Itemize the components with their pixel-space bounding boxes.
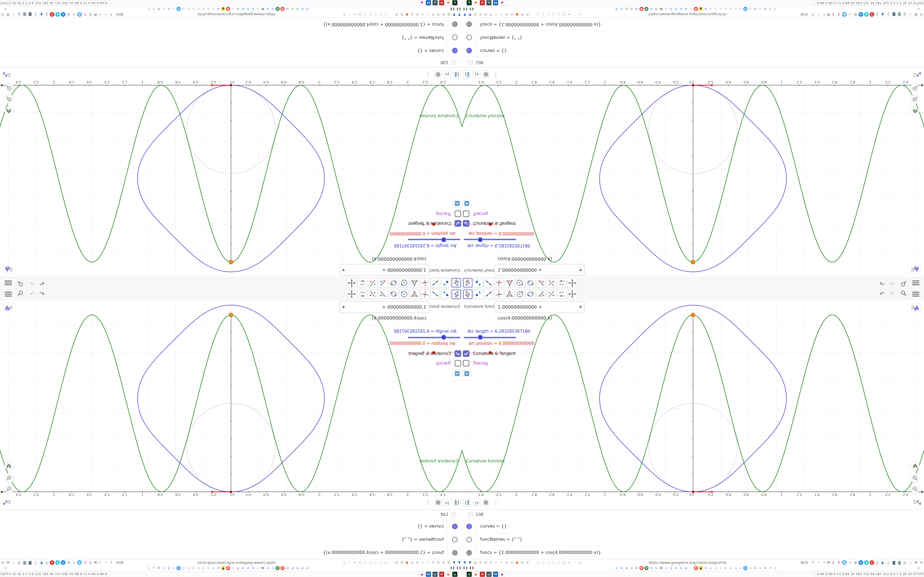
graphics-style-button[interactable] [908,304,921,312]
bookmarks-overflow-caret[interactable]: ∧ [918,7,920,11]
browser-toolbar-icon[interactable]: ♡ [347,560,352,565]
bookmark-favicon[interactable]: ◍ [291,566,294,570]
address-bar-icon[interactable]: → [98,13,102,17]
extension-icon[interactable]: ◙ [897,560,902,565]
browser-toolbar-icon[interactable]: ● [405,12,409,17]
address-bar-icon[interactable]: A [109,560,113,564]
redo-button[interactable]: ↷ [888,290,895,298]
browser-toolbar-icon[interactable]: ○ [379,12,383,17]
browser-toolbar-icon[interactable]: ▼ [452,12,456,17]
arc-length-slider[interactable] [464,239,516,240]
browser-toolbar-icon[interactable]: ⊕ [415,12,420,17]
extension-icon[interactable]: I [50,12,55,17]
bookmark-favicon[interactable]: R [694,566,698,570]
tool-slider-button[interactable]: a=2 [557,278,567,287]
extension-icon[interactable]: ⚙ [0,12,5,17]
visibility-marble[interactable] [467,21,472,27]
visibility-marble[interactable] [452,550,457,556]
bookmark-favicon[interactable]: i [689,566,693,570]
collapse-icon[interactable]: – [468,513,473,517]
tool-circle-button[interactable] [515,290,525,299]
tracing-checkbox[interactable] [463,360,469,366]
bookmark-favicon[interactable]: ◇ [709,566,713,570]
browser-toolbar-icon[interactable]: ⊕ [478,12,483,17]
page-zoom-level[interactable]: 81% [801,12,808,16]
tool-move-button[interactable] [463,290,472,299]
extension-icon[interactable]: A [842,12,847,17]
step-animation-button[interactable] [462,201,471,207]
extension-icon[interactable]: ▯ [33,560,38,565]
browser-toolbar-icon[interactable]: ▼ [468,12,472,17]
browser-toolbar-icon[interactable]: ● [515,560,519,565]
browser-toolbar-icon[interactable]: ⚙ [520,560,524,565]
visibility-marble[interactable] [452,48,457,53]
bookmark-favicon[interactable]: ◇ [773,7,777,11]
extension-icon[interactable]: ✎ [83,560,87,565]
extension-icon[interactable]: A [842,560,847,565]
bookmark-favicon[interactable]: D [176,566,181,570]
arc-length-slider-handle[interactable] [478,335,483,340]
extension-icon[interactable]: ⟳ [94,12,99,17]
browser-toolbar-icon[interactable]: ▢ [358,560,362,565]
algebra-row-funcs[interactable]: funcs = {1.000000000000 + cos(4.00000000… [0,17,462,31]
algebra-row-funcs[interactable]: funcs = {1.000000000000 + cos(4.00000000… [462,546,924,560]
extension-icon[interactable]: ∨ [864,12,869,17]
browser-toolbar-icon[interactable]: ✗ [489,560,493,565]
browser-toolbar-icon[interactable]: ⊕ [525,560,530,565]
arc-length-slider-handle[interactable] [478,237,483,242]
browser-toolbar-icon[interactable]: ○ [373,560,378,565]
settings-button[interactable] [435,71,442,78]
extension-icon[interactable]: ⌖ [848,560,852,565]
bookmark-favicon[interactable]: V [645,566,648,570]
browser-toolbar-icon[interactable]: ▼ [457,560,462,565]
page-zoom-level[interactable]: 81% [116,12,123,16]
browser-toolbar-icon[interactable]: ← [352,560,357,565]
tool-line-button[interactable] [484,290,493,299]
browser-toolbar-icon[interactable]: ▼ [468,560,472,565]
menu-button[interactable] [5,280,12,285]
browser-toolbar-icon[interactable]: ◇ [342,12,347,17]
bookmark-favicon[interactable]: G [615,7,619,11]
arc-length-slider[interactable] [408,239,460,240]
bookmark-favicon[interactable]: G [620,7,624,11]
browser-toolbar-icon[interactable]: ≈ [420,12,425,17]
bookmark-favicon[interactable]: W [659,566,663,570]
algebra-row-funcs[interactable]: funcs = {1.000000000000 + cos(4.00000000… [0,546,462,560]
bookmark-favicon[interactable]: ◇ [186,7,191,11]
bookmark-favicon[interactable]: W [261,566,265,570]
extension-icon[interactable]: ⚙ [0,560,5,565]
list-group-row[interactable]: – List [462,57,924,68]
taskbar-app-button[interactable]: ▤ [432,572,438,577]
url-bar[interactable]: https://www.geogebra.org/classic/aagcxh3… [633,12,743,16]
tool-line-button[interactable] [484,278,493,287]
tool-reflect-button[interactable] [368,290,377,299]
bookmark-favicon[interactable]: ▲ [221,7,225,11]
address-bar-icon[interactable]: ☆ [104,560,108,564]
visibility-marble[interactable] [452,35,457,40]
taskbar-app-button[interactable]: ▤ [432,0,438,5]
arc-length-slider-handle[interactable] [441,237,446,242]
browser-toolbar-icon[interactable]: ◇ [342,560,347,565]
tool-conic-button[interactable] [389,290,398,299]
address-bar-icon[interactable]: → [822,13,826,17]
browser-toolbar-icon[interactable]: ≈ [420,560,425,565]
bookmark-favicon[interactable]: ◇ [206,7,210,11]
url-bar[interactable]: https://www.geogebra.org/classic/aagcxh3… [633,561,743,565]
address-bar-icon[interactable]: ☆ [816,560,820,564]
browser-toolbar-icon[interactable]: ⊕ [478,560,483,565]
address-bar-icon[interactable]: → [822,560,826,564]
algebra-row-funcnames[interactable]: funcNames = {" "} [462,533,924,546]
bookmark-favicon[interactable]: ⚙ [157,566,161,570]
address-bar-icon[interactable]: A [109,13,113,17]
fx-button[interactable]: ƒx [472,499,480,506]
zoom-in-button[interactable] [910,473,919,482]
extension-icon[interactable]: ⚙ [853,560,858,565]
bookmark-favicon[interactable]: ◇ [714,566,718,570]
bookmarks-overflow-caret[interactable]: ∧ [4,566,6,570]
extension-icon[interactable]: ✎ [837,560,841,565]
extension-icon[interactable]: ◐ [39,560,44,565]
browser-toolbar-icon[interactable]: ⊕ [436,560,441,565]
bookmark-favicon[interactable]: ◇ [162,7,166,11]
algebra-row-funcnames[interactable]: funcNames = {" "} [0,31,462,44]
zoom-in-button[interactable] [5,473,14,482]
